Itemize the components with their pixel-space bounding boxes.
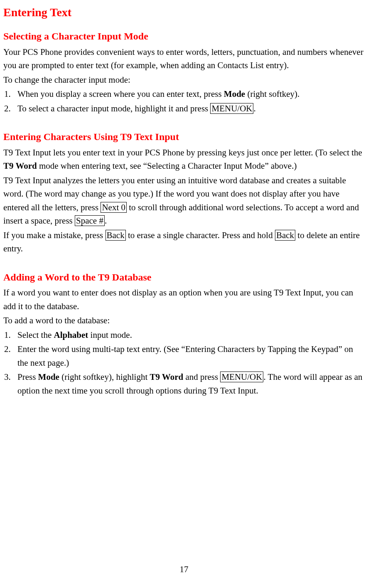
- list-number: 2.: [4, 342, 17, 369]
- bold-span: T9 Word: [150, 372, 183, 382]
- section-heading: Selecting a Character Input Mode: [3, 29, 366, 44]
- bold-span: Mode: [224, 89, 245, 99]
- list-text: Enter the word using multi-tap text entr…: [17, 342, 366, 369]
- list-text: Select the Alphabet input mode.: [17, 328, 132, 342]
- body-text: Your PCS Phone provides convenient ways …: [3, 45, 366, 72]
- key-label: MENU/OK: [210, 103, 253, 114]
- list-text: To select a character input mode, highli…: [17, 102, 256, 116]
- list-item: 1. Select the Alphabet input mode.: [20, 328, 366, 342]
- list-text: Press Mode (right softkey), highlight T9…: [17, 370, 366, 397]
- page-title: Entering Text: [3, 3, 366, 21]
- key-label: Back: [275, 230, 295, 241]
- bold-span: T9 Word: [3, 161, 37, 171]
- page-number: 17: [0, 563, 368, 576]
- key-label: Back: [105, 230, 126, 241]
- section-heading: Adding a Word to the T9 Database: [3, 270, 366, 285]
- body-text: T9 Text Input analyzes the letters you e…: [3, 174, 366, 228]
- key-label: Space #: [75, 215, 105, 226]
- body-text: To add a word to the database:: [3, 314, 366, 327]
- body-text: T9 Text Input lets you enter text in you…: [3, 146, 366, 173]
- list-number: 3.: [4, 370, 17, 397]
- body-text: If a word you want to enter does not dis…: [3, 286, 366, 313]
- key-label: MENU/OK: [220, 371, 263, 382]
- body-text: To change the character input mode:: [3, 73, 366, 87]
- list-item: 2. To select a character input mode, hig…: [20, 102, 366, 116]
- section-heading: Entering Characters Using T9 Text Input: [3, 129, 366, 145]
- list-item: 2. Enter the word using multi-tap text e…: [20, 342, 366, 369]
- list-text: When you display a screen where you can …: [17, 87, 299, 101]
- bold-span: Alphabet: [54, 330, 88, 340]
- key-label: Next 0: [101, 202, 127, 213]
- list-number: 1.: [4, 87, 17, 101]
- list-item: 3. Press Mode (right softkey), highlight…: [20, 370, 366, 397]
- list-number: 2.: [4, 102, 17, 116]
- bold-span: Mode: [38, 372, 59, 382]
- list-item: 1. When you display a screen where you c…: [20, 87, 366, 101]
- body-text: If you make a mistake, press Back to era…: [3, 229, 366, 256]
- list-number: 1.: [4, 328, 17, 342]
